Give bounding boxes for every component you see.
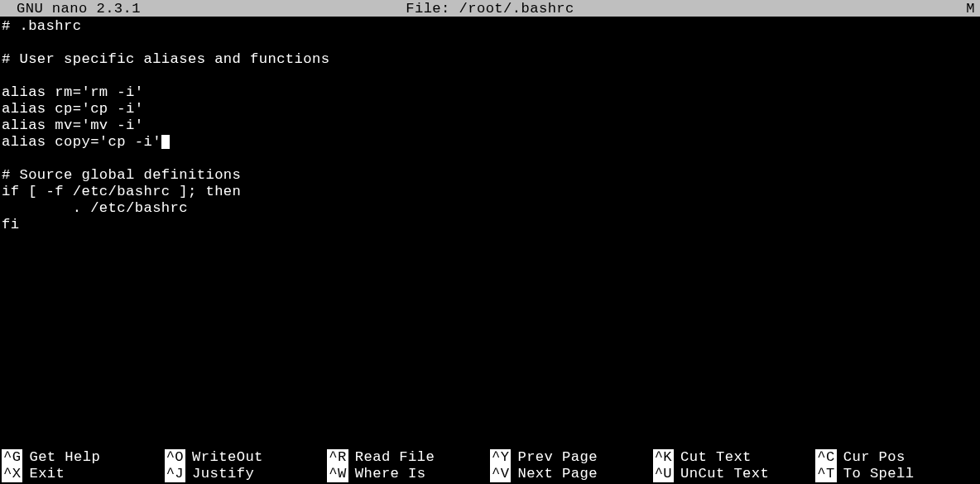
shortcut-key: ^V bbox=[490, 466, 511, 482]
file-path: /root/.bashrc bbox=[459, 1, 574, 17]
editor-line[interactable] bbox=[2, 35, 978, 51]
shortcut-item[interactable]: ^YPrev Page bbox=[490, 449, 653, 466]
shortcut-bar: ^GGet Help^XExit^OWriteOut^JJustify^RRea… bbox=[2, 449, 978, 482]
app-name: GNU nano bbox=[17, 1, 88, 17]
editor-line[interactable]: alias rm='rm -i' bbox=[2, 84, 978, 101]
editor-line[interactable] bbox=[2, 151, 978, 167]
shortcut-label: Prev Page bbox=[511, 449, 597, 466]
editor-line[interactable]: # Source global definitions bbox=[2, 167, 978, 184]
shortcut-item[interactable]: ^RRead File bbox=[327, 449, 490, 466]
file-prefix: File: bbox=[406, 1, 450, 17]
shortcut-item[interactable]: ^JJustify bbox=[165, 466, 328, 482]
shortcut-item[interactable]: ^GGet Help bbox=[2, 449, 165, 466]
editor-line[interactable]: # User specific aliases and functions bbox=[2, 51, 978, 68]
shortcut-item[interactable]: ^VNext Page bbox=[490, 466, 653, 482]
shortcut-label: Next Page bbox=[511, 466, 597, 482]
shortcut-label: Get Help bbox=[22, 449, 100, 466]
shortcut-key: ^U bbox=[653, 466, 674, 482]
shortcut-item[interactable]: ^OWriteOut bbox=[165, 449, 328, 466]
shortcut-label: To Spell bbox=[837, 466, 915, 482]
shortcut-key: ^O bbox=[165, 449, 185, 466]
editor-line[interactable]: fi bbox=[2, 217, 978, 233]
shortcut-label: Read File bbox=[348, 449, 435, 466]
shortcut-label: Cut Text bbox=[674, 449, 752, 466]
shortcut-label: WriteOut bbox=[185, 449, 263, 466]
shortcut-key: ^Y bbox=[490, 449, 511, 466]
shortcut-label: Exit bbox=[22, 466, 65, 482]
shortcut-key: ^K bbox=[653, 449, 674, 466]
shortcut-label: Cur Pos bbox=[837, 449, 906, 466]
modified-indicator: M bbox=[966, 1, 975, 17]
shortcut-key: ^G bbox=[2, 449, 22, 466]
cursor bbox=[161, 135, 170, 149]
shortcut-key: ^C bbox=[815, 449, 836, 466]
editor-line[interactable]: if [ -f /etc/bashrc ]; then bbox=[2, 184, 978, 200]
app-version-number: 2.3.1 bbox=[96, 1, 141, 17]
shortcut-key: ^T bbox=[815, 466, 836, 482]
shortcut-item[interactable]: ^KCut Text bbox=[653, 449, 816, 466]
shortcut-item[interactable]: ^WWhere Is bbox=[327, 466, 490, 482]
editor-line[interactable] bbox=[2, 68, 978, 84]
shortcut-item[interactable]: ^TTo Spell bbox=[815, 466, 978, 482]
editor-line[interactable]: # .bashrc bbox=[2, 18, 978, 35]
shortcut-label: UnCut Text bbox=[674, 466, 769, 482]
editor-line[interactable]: alias mv='mv -i' bbox=[2, 117, 978, 134]
shortcut-item[interactable]: ^XExit bbox=[2, 466, 165, 482]
shortcut-item[interactable]: ^CCur Pos bbox=[815, 449, 978, 466]
shortcut-label: Justify bbox=[185, 466, 254, 482]
shortcut-key: ^X bbox=[2, 466, 22, 482]
editor-line[interactable]: alias cp='cp -i' bbox=[2, 101, 978, 117]
editor-line[interactable]: . /etc/bashrc bbox=[2, 200, 978, 217]
shortcut-key: ^J bbox=[165, 466, 185, 482]
shortcut-label: Where Is bbox=[348, 466, 426, 482]
editor-line[interactable]: alias copy='cp -i' bbox=[2, 134, 978, 151]
shortcut-key: ^R bbox=[327, 449, 348, 466]
editor-area[interactable]: # .bashrc# User specific aliases and fun… bbox=[0, 17, 980, 233]
app-version: GNU nano 2.3.1 bbox=[17, 1, 141, 17]
shortcut-key: ^W bbox=[327, 466, 348, 482]
file-info: File: /root/.bashrc bbox=[406, 1, 574, 17]
shortcut-item[interactable]: ^UUnCut Text bbox=[653, 466, 816, 482]
title-bar: GNU nano 2.3.1 File: /root/.bashrc M bbox=[0, 0, 980, 17]
